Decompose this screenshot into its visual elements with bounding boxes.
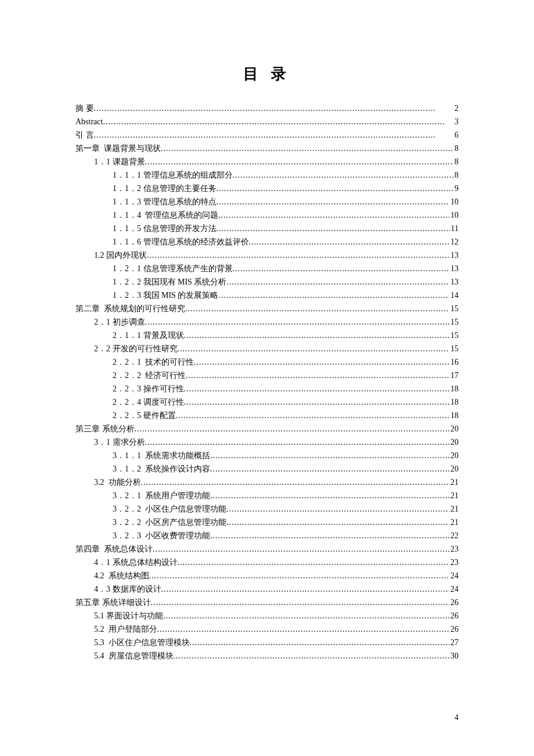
toc-entry-label: 第二章 系统规划的可行性研究: [75, 302, 185, 315]
toc-entry-label: 5.4 房屋信息管理模块: [94, 649, 174, 663]
toc-entry: 5.1 界面设计与功能26: [75, 609, 459, 622]
toc-leader-dots: [226, 516, 449, 529]
toc-entry: 1．2．3 我国 MIS 的发展策略14: [75, 289, 459, 302]
toc-leader-dots: [94, 102, 454, 115]
toc-entry-page: 2: [453, 102, 459, 115]
toc-entry-page: 16: [449, 355, 459, 369]
toc-entry: 1．1．4 管理信息系统的问题10: [75, 208, 459, 222]
toc-entry-label: 3．1．1 系统需求功能概括: [113, 449, 210, 462]
toc-leader-dots: [217, 222, 450, 235]
toc-entry: Abstract3: [75, 115, 459, 128]
toc-entry-label: 3.2 功能分析: [94, 476, 141, 489]
toc-leader-dots: [174, 649, 450, 663]
toc-leader-dots: [145, 435, 450, 449]
toc-entry-label: 1．2．3 我国 MIS 的发展策略: [113, 289, 218, 302]
toc-leader-dots: [249, 235, 450, 249]
toc-entry-page: 6: [453, 128, 459, 142]
toc-entry-page: 18: [449, 409, 459, 422]
toc-entry: 1．1．6 管理信息系统的经济效益评价12: [75, 235, 459, 249]
toc-leader-dots: [218, 208, 449, 222]
toc-leader-dots: [233, 168, 454, 182]
toc-entry: 2．1 初步调查15: [75, 315, 459, 329]
toc-leader-dots: [151, 596, 450, 609]
toc-entry-page: 13: [449, 249, 459, 262]
toc-entry-page: 23: [449, 542, 459, 556]
toc-entry-label: 2．2 开发的可行性研究: [94, 342, 178, 355]
toc-leader-dots: [147, 249, 449, 262]
toc-list: 摘 要2Abstract3引 言6第一章 课题背景与现状81．1 课题背景81．…: [75, 102, 459, 663]
toc-leader-dots: [226, 502, 449, 516]
toc-entry-page: 12: [449, 235, 459, 249]
toc-entry-page: 8: [453, 142, 459, 155]
toc-entry-page: 26: [449, 622, 459, 636]
toc-entry: 1.2 国内外现状13: [75, 249, 459, 262]
toc-entry-page: 23: [449, 556, 459, 569]
toc-entry-page: 26: [449, 609, 459, 622]
toc-entry-page: 14: [449, 289, 459, 302]
toc-entry-label: 1．1．3 管理信息系统的特点: [113, 195, 217, 208]
toc-entry: 第一章 课题背景与现状8: [75, 142, 459, 155]
toc-entry: 3．1．1 系统需求功能概括20: [75, 449, 459, 462]
toc-entry: 5.2 用户登陆部分26: [75, 622, 459, 636]
toc-entry-label: 5.3 小区住户信息管理模块: [94, 636, 190, 649]
toc-entry-label: 摘 要: [75, 102, 94, 115]
toc-leader-dots: [145, 315, 450, 329]
toc-entry-label: 4.2 系统结构图: [94, 569, 149, 582]
toc-entry: 2．2．5 硬件配置18: [75, 409, 459, 422]
toc-entry-label: 3．2．3 小区收费管理功能: [113, 529, 210, 542]
toc-entry-page: 11: [450, 222, 459, 235]
toc-leader-dots: [176, 409, 450, 422]
toc-entry-page: 20: [449, 435, 459, 449]
toc-entry-label: 1．2．2 我国现有 MIS 系统分析: [113, 275, 226, 289]
toc-entry: 2．2 开发的可行性研究15: [75, 342, 459, 355]
toc-entry: 第五章 系统详细设计26: [75, 596, 459, 609]
toc-entry: 3．1．2 系统操作设计内容20: [75, 462, 459, 476]
toc-leader-dots: [145, 155, 454, 168]
toc-entry-label: 3．2．2 小区住户信息管理功能: [113, 502, 226, 516]
toc-entry: 第二章 系统规划的可行性研究15: [75, 302, 459, 315]
toc-entry-page: 26: [449, 596, 459, 609]
toc-entry-label: 5.1 界面设计与功能: [94, 609, 163, 622]
toc-entry-label: 第一章 课题背景与现状: [75, 142, 161, 155]
toc-entry-label: 2．2．1 技术的可行性: [113, 355, 194, 369]
toc-entry-label: 第三章 系统分析: [75, 422, 135, 435]
toc-leader-dots: [185, 302, 449, 315]
toc-leader-dots: [217, 182, 454, 195]
toc-entry-page: 20: [449, 422, 459, 435]
toc-leader-dots: [161, 142, 453, 155]
toc-entry-label: 第五章 系统详细设计: [75, 596, 151, 609]
toc-entry: 5.4 房屋信息管理模块30: [75, 649, 459, 663]
toc-leader-dots: [149, 569, 450, 582]
toc-leader-dots: [178, 342, 450, 355]
toc-entry-label: 2．1．1 背景及现状: [113, 329, 184, 342]
toc-entry: 4．1 系统总体结构设计23: [75, 556, 459, 569]
toc-leader-dots: [135, 422, 450, 435]
toc-entry: 4.2 系统结构图24: [75, 569, 459, 582]
toc-entry-label: 1．1．6 管理信息系统的经济效益评价: [113, 235, 249, 249]
toc-entry-page: 18: [449, 395, 459, 409]
toc-entry-label: 第四章 系统总体设计: [75, 542, 153, 556]
toc-entry-label: 3．1．2 系统操作设计内容: [113, 462, 210, 476]
toc-entry: 第四章 系统总体设计23: [75, 542, 459, 556]
toc-leader-dots: [218, 289, 449, 302]
toc-entry-page: 21: [449, 502, 459, 516]
toc-entry-label: 引 言: [75, 128, 94, 142]
toc-entry: 5.3 小区住户信息管理模块27: [75, 636, 459, 649]
toc-leader-dots: [210, 529, 449, 542]
toc-leader-dots: [163, 609, 449, 622]
toc-entry-page: 21: [449, 489, 459, 502]
toc-entry: 第三章 系统分析20: [75, 422, 459, 435]
toc-leader-dots: [210, 489, 449, 502]
toc-entry-page: 21: [449, 476, 459, 489]
toc-entry: 2．2．2 经济可行性17: [75, 369, 459, 382]
toc-entry: 4．3 数据库的设计24: [75, 582, 459, 596]
page-content: 目 录 摘 要2Abstract3引 言6第一章 课题背景与现状81．1 课题背…: [0, 0, 534, 709]
toc-entry-label: 4．1 系统总体结构设计: [94, 556, 178, 569]
toc-entry: 2．1．1 背景及现状15: [75, 329, 459, 342]
toc-entry-label: 1．2．1 信息管理系统产生的背景: [113, 262, 233, 275]
toc-leader-dots: [210, 449, 449, 462]
toc-leader-dots: [103, 115, 453, 128]
toc-entry: 3．2．2 小区房产信息管理功能21: [75, 516, 459, 529]
toc-entry: 1．1．5 信息管理的开发方法11: [75, 222, 459, 235]
toc-entry: 2．2．3 操作可行性18: [75, 382, 459, 395]
